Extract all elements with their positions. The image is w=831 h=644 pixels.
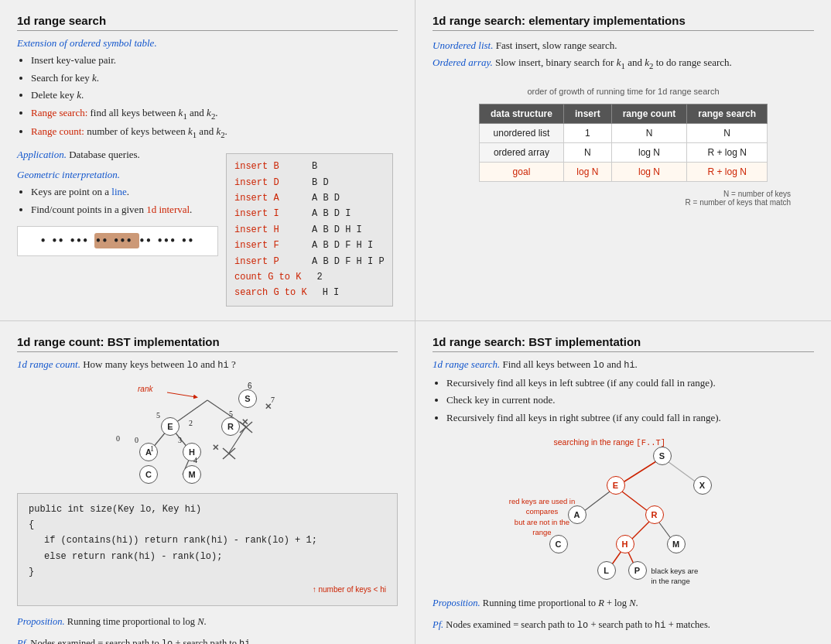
bullets4-list: Recursively find all keys in left subtre… <box>446 375 814 426</box>
note1: N = number of keys <box>433 190 791 198</box>
code-line-5: } <box>29 564 386 580</box>
td-ordered-count: log N <box>611 143 687 163</box>
bullet2-1: Keys are point on a line. <box>31 184 218 200</box>
node-R-num5: 5 <box>229 409 233 418</box>
rank-label: rank <box>138 385 152 393</box>
node-R-cross: ✕ <box>241 417 248 427</box>
node2-P: P <box>628 561 647 580</box>
pf3-text: Nodes examined = search path to lo + sea… <box>30 638 252 644</box>
prop3-text: Running time proportional to log N. <box>67 616 207 627</box>
bullet1-4: Range search: find all keys between k1 a… <box>31 105 398 122</box>
range-search-text: Find all keys between lo and hi. <box>503 358 638 370</box>
application-label: Application. <box>17 149 67 160</box>
code-line-2: { <box>29 517 386 533</box>
td-goal-count: log N <box>611 163 687 182</box>
bullet4-2: Check key in current node. <box>446 392 814 408</box>
range-search-label: 1d range search. <box>433 358 500 370</box>
insert-table: insert BB insert DB D insert AA B D inse… <box>226 153 393 307</box>
node2-R: R <box>645 505 664 524</box>
pf4-label: Pf. <box>433 619 443 630</box>
node2-S: S <box>653 447 672 465</box>
node-H-num: 3 <box>178 436 182 444</box>
ordered-label: Ordered array. <box>433 57 493 68</box>
td-unordered-insert: 1 <box>563 124 611 143</box>
ordered-text: Slow insert, binary search for k1 and k2… <box>495 57 732 68</box>
code-line-1: public int size(Key lo, Key hi) <box>29 502 386 517</box>
panel-range-count-bst: 1d range count: BST implementation 1d ra… <box>0 321 416 644</box>
code-block-1: public int size(Key lo, Key hi) { if (co… <box>17 493 398 606</box>
dot-left: • •• ••• <box>41 233 94 248</box>
node-E: E <box>161 417 180 436</box>
dot-selected: •• ••• <box>94 233 140 248</box>
node2-E: E <box>607 476 625 495</box>
table-note1: N = number of keys R = number of keys th… <box>433 190 814 207</box>
node2-H: H <box>616 535 634 553</box>
svg-line-6 <box>167 392 196 397</box>
node-E2: 2 <box>189 419 193 427</box>
node-E-num: 5 <box>156 411 160 420</box>
node2-C: C <box>549 535 568 553</box>
range-label-top: searching in the range [F..T] <box>554 437 666 447</box>
bullet4-3: Recursively find all keys in right subtr… <box>446 410 814 426</box>
td-unordered-list: unordered list <box>479 124 563 143</box>
range-count-label: 1d range count. <box>17 358 80 370</box>
dot-line-viz: • •• ••• •• ••• •• ••• •• <box>17 226 218 256</box>
bullet2-2: Find/count points in a given 1d interval… <box>31 202 218 218</box>
node2-L: L <box>597 561 616 580</box>
application-text: Database queries. <box>69 149 140 160</box>
node-R: R <box>221 417 240 436</box>
black-note: black keys arein the range <box>651 566 699 587</box>
td-goal-insert: log N <box>563 163 611 182</box>
range-table: data structure insert range count range … <box>479 104 768 182</box>
panel1-title: 1d range search <box>17 14 398 31</box>
node-H: H <box>183 443 201 461</box>
td-ordered-array: ordered array <box>479 143 563 163</box>
node-S: S <box>238 389 257 408</box>
node-A-num2: 1 <box>150 444 154 453</box>
bst-diagram-1: S 6 ✕ 7 E 5 R ✕ A 0 1 C H 3 ✕ M 4 <box>115 379 300 487</box>
td-goal-search: R + log N <box>687 163 768 182</box>
bullet1-1: Insert key-value pair. <box>31 53 398 68</box>
unordered-text: Fast insert, slow range search. <box>496 39 617 51</box>
node-M-num: 4 <box>193 456 197 464</box>
prop4-label: Proposition. <box>433 598 480 608</box>
section1-label: Extension of ordered symbol table. <box>17 37 157 49</box>
bullets2-list: Keys are point on a line. Find/count poi… <box>31 184 218 217</box>
node-A-num0: 0 <box>116 434 120 443</box>
prop4-text: Running time proportional to R + log N. <box>483 598 638 608</box>
bst-diagram-2: S X E A C R H M L P searching in the ran… <box>508 434 740 589</box>
range-count-text: How many keys between lo and hi ? <box>83 358 235 370</box>
th-range-count: range count <box>611 104 687 124</box>
bullet1-5: Range count: number of keys between k1 a… <box>31 124 398 141</box>
td-ordered-insert: N <box>563 143 611 163</box>
node-A: A <box>139 443 158 461</box>
th-data-structure: data structure <box>479 104 563 124</box>
pf3: Pf. Nodes examined = search path to lo +… <box>17 635 398 644</box>
node-C: C <box>139 465 158 484</box>
node-S-num: 6 <box>248 382 252 390</box>
table-caption: order of growth of running time for 1d r… <box>433 87 814 96</box>
proposition3: Proposition. Running time proportional t… <box>17 614 398 629</box>
code-line-4: else return rank(hi) - rank(lo); <box>29 549 386 564</box>
node2-M: M <box>667 535 686 553</box>
note2: R = number of keys that match <box>433 198 791 207</box>
panel4-title: 1d range search: BST implementation <box>433 335 814 352</box>
code-line-3: if (contains(hi)) return rank(hi) - rank… <box>29 533 386 548</box>
pf4-text: Nodes examined = search path to lo + sea… <box>446 619 710 630</box>
node-H-cross: ✕ <box>212 443 219 453</box>
td-goal-label: goal <box>479 163 563 182</box>
red-note: red keys are used in comparesbut are not… <box>508 496 577 537</box>
panel-range-search-bst: 1d range search: BST implementation 1d r… <box>416 321 831 644</box>
panel-elementary: 1d range search: elementary implementati… <box>416 0 831 321</box>
bullet4-1: Recursively find all keys in left subtre… <box>446 375 814 391</box>
node-M: M <box>183 465 201 484</box>
dot-right: •• ••• •• <box>139 233 194 248</box>
th-range-search: range search <box>687 104 768 124</box>
unordered-label: Unordered list. <box>433 39 493 51</box>
bullet1-2: Search for key k. <box>31 70 398 86</box>
proposition4: Proposition. Running time proportional t… <box>433 595 814 611</box>
node-X-num: 7 <box>271 396 275 404</box>
bullet1-3: Delete key k. <box>31 87 398 103</box>
page: 1d range search Extension of ordered sym… <box>0 0 831 644</box>
panel-1d-range-search: 1d range search Extension of ordered sym… <box>0 0 416 321</box>
